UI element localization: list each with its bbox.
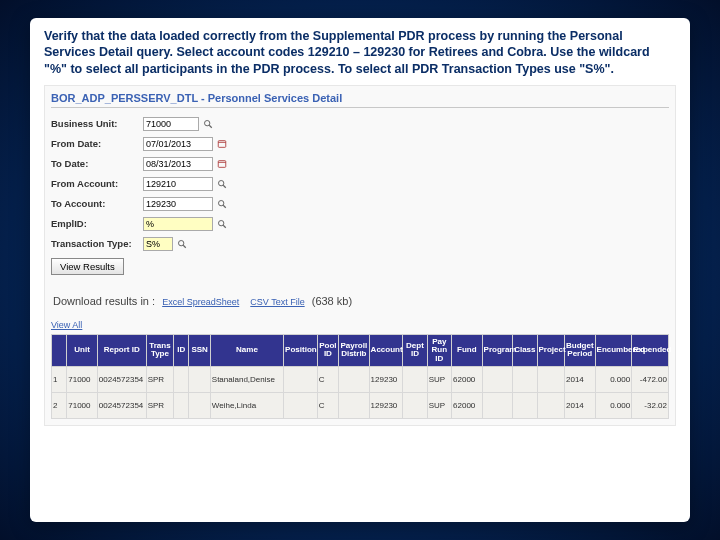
input-to-date[interactable] bbox=[143, 157, 213, 171]
cell-payroll bbox=[339, 392, 370, 418]
cell-id bbox=[174, 392, 189, 418]
input-business-unit[interactable] bbox=[143, 117, 199, 131]
svg-line-9 bbox=[223, 206, 226, 209]
table-row: 2710000024572354SPRWeihe,LindaC129230SUP… bbox=[52, 392, 669, 418]
col-header: Fund bbox=[452, 334, 483, 366]
label-emplid: EmplID: bbox=[51, 218, 143, 229]
col-header: Payroll Distrib bbox=[339, 334, 370, 366]
cell-n: 2 bbox=[52, 392, 67, 418]
search-icon[interactable] bbox=[216, 178, 228, 190]
svg-point-8 bbox=[219, 201, 224, 206]
svg-line-13 bbox=[183, 246, 186, 249]
cell-ssn bbox=[189, 366, 210, 392]
table-row: 1710000024572354SPRStanaland,DeniseC1292… bbox=[52, 366, 669, 392]
svg-line-7 bbox=[223, 186, 226, 189]
svg-rect-4 bbox=[218, 161, 226, 168]
cell-fund: 62000 bbox=[452, 392, 483, 418]
col-header: Budget Period bbox=[565, 334, 596, 366]
cell-id bbox=[174, 366, 189, 392]
slide-container: Verify that the data loaded correctly fr… bbox=[30, 18, 690, 522]
cell-budget: 2014 bbox=[565, 392, 596, 418]
col-header: Project bbox=[537, 334, 564, 366]
cell-dept bbox=[403, 392, 427, 418]
search-icon[interactable] bbox=[176, 238, 188, 250]
download-excel-link[interactable]: Excel SpreadSheet bbox=[162, 297, 239, 307]
download-size: (638 kb) bbox=[312, 295, 352, 307]
svg-line-11 bbox=[223, 226, 226, 229]
cell-ssn bbox=[189, 392, 210, 418]
download-row: Download results in : Excel SpreadSheet … bbox=[53, 295, 669, 307]
label-business-unit: Business Unit: bbox=[51, 118, 143, 129]
search-icon[interactable] bbox=[202, 118, 214, 130]
col-header: Account bbox=[369, 334, 403, 366]
input-trans-type[interactable] bbox=[143, 237, 173, 251]
col-header: Trans Type bbox=[146, 334, 173, 366]
app-title: BOR_ADP_PERSSERV_DTL - Personnel Service… bbox=[51, 90, 669, 108]
label-trans-type: Transaction Type: bbox=[51, 238, 143, 249]
cell-name: Stanaland,Denise bbox=[210, 366, 283, 392]
cell-budget: 2014 bbox=[565, 366, 596, 392]
input-from-account[interactable] bbox=[143, 177, 213, 191]
svg-point-10 bbox=[219, 221, 224, 226]
col-header: SSN bbox=[189, 334, 210, 366]
cell-payroll bbox=[339, 366, 370, 392]
cell-fund: 62000 bbox=[452, 366, 483, 392]
cell-exp: -472.00 bbox=[632, 366, 669, 392]
cell-program bbox=[482, 366, 513, 392]
download-csv-link[interactable]: CSV Text File bbox=[250, 297, 304, 307]
svg-point-12 bbox=[179, 241, 184, 246]
view-all-link[interactable]: View All bbox=[51, 320, 82, 330]
view-results-button[interactable]: View Results bbox=[51, 258, 124, 275]
cell-pool: C bbox=[317, 392, 338, 418]
svg-point-6 bbox=[219, 181, 224, 186]
cell-dept bbox=[403, 366, 427, 392]
app-panel: BOR_ADP_PERSSERV_DTL - Personnel Service… bbox=[44, 85, 676, 426]
results-table: UnitReport IDTrans TypeIDSSNNamePosition… bbox=[51, 334, 669, 419]
cell-report: 0024572354 bbox=[97, 392, 146, 418]
col-header: ID bbox=[174, 334, 189, 366]
cell-position bbox=[284, 366, 318, 392]
cell-type: SPR bbox=[146, 392, 173, 418]
cell-payrun: SUP bbox=[427, 392, 451, 418]
svg-line-1 bbox=[209, 126, 212, 129]
cell-enc: 0.000 bbox=[595, 392, 632, 418]
col-header: Report ID bbox=[97, 334, 146, 366]
input-emplid[interactable] bbox=[143, 217, 213, 231]
calendar-icon[interactable] bbox=[216, 138, 228, 150]
cell-project bbox=[537, 366, 564, 392]
cell-n: 1 bbox=[52, 366, 67, 392]
label-from-date: From Date: bbox=[51, 138, 143, 149]
label-to-account: To Account: bbox=[51, 198, 143, 209]
cell-exp: -32.02 bbox=[632, 392, 669, 418]
col-header: Unit bbox=[67, 334, 98, 366]
cell-account: 129230 bbox=[369, 366, 403, 392]
cell-type: SPR bbox=[146, 366, 173, 392]
cell-unit: 71000 bbox=[67, 392, 98, 418]
cell-unit: 71000 bbox=[67, 366, 98, 392]
col-header bbox=[52, 334, 67, 366]
cell-program bbox=[482, 392, 513, 418]
svg-rect-2 bbox=[218, 141, 226, 148]
col-header: Class bbox=[513, 334, 537, 366]
cell-project bbox=[537, 392, 564, 418]
cell-enc: 0.000 bbox=[595, 366, 632, 392]
cell-class bbox=[513, 366, 537, 392]
col-header: Expended bbox=[632, 334, 669, 366]
cell-class bbox=[513, 392, 537, 418]
table-header-row: UnitReport IDTrans TypeIDSSNNamePosition… bbox=[52, 334, 669, 366]
cell-pool: C bbox=[317, 366, 338, 392]
svg-point-0 bbox=[205, 121, 210, 126]
cell-payrun: SUP bbox=[427, 366, 451, 392]
cell-position bbox=[284, 392, 318, 418]
input-to-account[interactable] bbox=[143, 197, 213, 211]
cell-report: 0024572354 bbox=[97, 366, 146, 392]
search-icon[interactable] bbox=[216, 218, 228, 230]
cell-account: 129230 bbox=[369, 392, 403, 418]
calendar-icon[interactable] bbox=[216, 158, 228, 170]
col-header: Encumbered bbox=[595, 334, 632, 366]
input-from-date[interactable] bbox=[143, 137, 213, 151]
search-icon[interactable] bbox=[216, 198, 228, 210]
label-from-account: From Account: bbox=[51, 178, 143, 189]
col-header: Name bbox=[210, 334, 283, 366]
col-header: Pool ID bbox=[317, 334, 338, 366]
